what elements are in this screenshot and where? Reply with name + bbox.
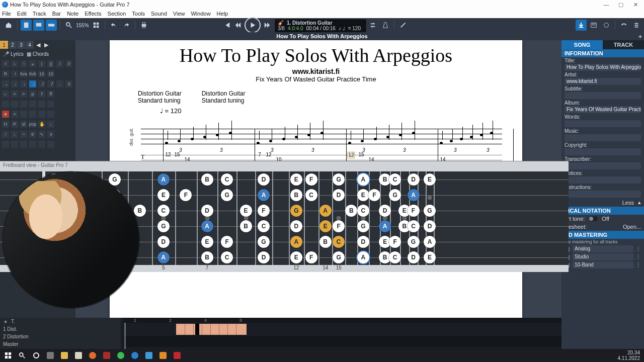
fret-note[interactable]: G (333, 173, 345, 186)
fret-note[interactable]: E (357, 189, 369, 201)
menu-help[interactable]: Help (217, 11, 228, 17)
fret-note[interactable]: D (379, 205, 391, 217)
fret-note[interactable]: F (333, 220, 345, 232)
zoom-value[interactable]: 155% (76, 23, 89, 28)
track-prev-button[interactable]: ◀ (34, 41, 42, 49)
palette-cell[interactable]: || (47, 60, 54, 67)
zoom-button[interactable] (63, 20, 74, 31)
palette-cell[interactable] (11, 101, 18, 108)
track-row-label[interactable]: T. (11, 319, 15, 324)
palette-cell[interactable]: 8va (20, 70, 27, 77)
fret-note[interactable]: E (240, 205, 252, 217)
fret-note[interactable]: A (408, 189, 420, 201)
fret-note[interactable]: C (221, 251, 233, 263)
fx-menu-icon[interactable]: ⋮ (635, 254, 641, 260)
fret-note[interactable]: D (258, 251, 270, 263)
close-button[interactable]: ✕ (629, 2, 642, 8)
app-icon-1[interactable] (143, 350, 155, 360)
fret-note[interactable]: E (424, 251, 436, 263)
tab-number[interactable]: 15 (358, 152, 364, 157)
minimize-button[interactable]: — (600, 2, 613, 8)
filezilla-icon[interactable] (101, 350, 113, 360)
menu-sound[interactable]: Sound (151, 11, 167, 17)
info-copyright-input[interactable] (565, 148, 641, 155)
fret-note[interactable]: C (408, 220, 420, 232)
calendar-icon[interactable] (72, 350, 85, 360)
speed-button[interactable] (397, 20, 409, 31)
palette-cell[interactable]: tr (29, 131, 36, 138)
fret-note[interactable]: A (356, 172, 370, 187)
palette-cell[interactable]: 𝅗𝅥 (11, 80, 18, 87)
layout-button[interactable] (91, 20, 102, 31)
palette-cell[interactable]: 3 (65, 80, 72, 87)
tuner-button[interactable] (618, 20, 629, 31)
view-page-button[interactable] (21, 20, 32, 31)
fret-note[interactable]: A (290, 236, 302, 248)
palette-cell[interactable]: 15 (38, 70, 45, 77)
palette-cell[interactable]: 8vb (29, 70, 36, 77)
fret-note[interactable]: D (290, 220, 302, 232)
tab-number[interactable]: 12 (266, 152, 271, 157)
play-first-button[interactable] (221, 20, 232, 31)
fret-note[interactable]: D (408, 173, 420, 186)
fret-note[interactable]: G (333, 251, 345, 263)
view-horizontal-button[interactable] (46, 20, 57, 31)
playback-lcd[interactable]: 🎸 1. Distortion Guitar 3/8 4.0:4.0 00:04… (274, 19, 367, 33)
info-transcriber-input[interactable] (565, 162, 641, 169)
palette-cell[interactable]: 𝅘𝅥𝅰 (47, 80, 54, 87)
track-num-3[interactable]: 3 (17, 41, 25, 49)
edge-icon[interactable] (129, 350, 141, 360)
menu-effects[interactable]: Effects (85, 11, 101, 17)
fret-note[interactable]: F (258, 205, 270, 217)
info-words-input[interactable] (565, 120, 641, 127)
info-less-toggle[interactable]: Less (622, 200, 634, 206)
fret-note[interactable]: G (109, 173, 121, 186)
fret-note[interactable]: A (157, 251, 170, 263)
fret-note[interactable]: A (319, 205, 332, 217)
palette-cell[interactable] (20, 101, 27, 108)
fx-select[interactable]: Studio (573, 253, 633, 260)
palette-cell[interactable] (47, 111, 54, 118)
chords-toggle[interactable]: ▦ Chords (27, 51, 49, 57)
fret-note[interactable]: B (290, 189, 302, 201)
track-switcher[interactable]: 1234◀▶ (0, 40, 75, 49)
palette-cell[interactable]: 𝄪 (29, 60, 36, 67)
palette-cell[interactable]: P (11, 121, 18, 128)
lyrics-toggle[interactable]: 🎤 Lyrics (3, 51, 24, 57)
menu-edit[interactable]: Edit (17, 11, 27, 17)
track-strip[interactable]: ＋T.1 Dist.2 DistortionMaster 1248 (0, 318, 561, 349)
palette-cell[interactable]: ff (47, 90, 54, 98)
menu-note[interactable]: Note (67, 11, 78, 17)
palette-cell[interactable]: // (65, 60, 72, 67)
acrobat-icon[interactable] (171, 350, 183, 360)
palette-cell[interactable]: / (56, 60, 63, 67)
taskview-button[interactable] (44, 350, 56, 360)
palette-cell[interactable]: × (11, 111, 18, 118)
palette-cell[interactable]: ∿ (38, 131, 45, 138)
fret-note[interactable]: A (356, 250, 370, 264)
taskbar-clock[interactable]: 20.34 4.11.2022 (618, 350, 642, 361)
fret-note[interactable]: G (258, 236, 270, 248)
palette-cell[interactable] (38, 101, 45, 108)
palette-cell[interactable] (11, 141, 18, 148)
palette-cell[interactable]: | (38, 60, 45, 67)
tab-number[interactable]: 15 (174, 152, 180, 157)
info-music-input[interactable] (565, 134, 641, 141)
fret-note[interactable]: F (305, 173, 317, 186)
palette-cell[interactable]: 𝅘𝅥𝅮 (29, 80, 36, 87)
chrome-icon[interactable] (115, 350, 127, 360)
loop-button[interactable] (367, 20, 378, 31)
palette-cell[interactable]: < (11, 90, 18, 98)
tab-number[interactable]: 7 (258, 152, 261, 157)
palette-cell[interactable] (29, 111, 36, 118)
settings-button[interactable] (631, 20, 642, 31)
cortana-button[interactable] (30, 350, 42, 360)
fret-note[interactable]: G (408, 236, 420, 248)
info-subtitle-input[interactable] (565, 92, 641, 99)
palette-cell[interactable]: 𝅝 (2, 80, 9, 87)
palette-cell[interactable]: 𝄽 (11, 70, 18, 77)
fret-note[interactable]: F (389, 236, 401, 248)
palette-cell[interactable] (38, 141, 45, 148)
info-instructions-input[interactable] (565, 191, 641, 198)
fx-menu-icon[interactable]: ⋮ (635, 246, 641, 252)
